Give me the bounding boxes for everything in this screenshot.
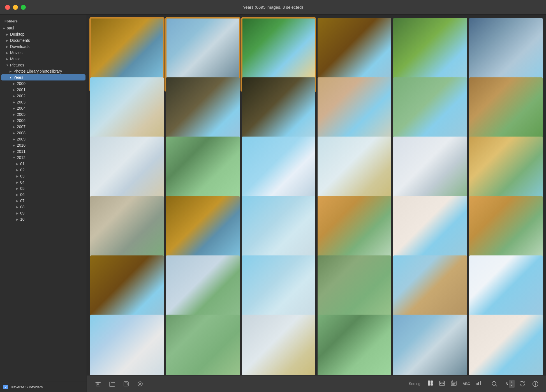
arrow-downloads xyxy=(4,45,10,48)
info-button[interactable] xyxy=(530,379,540,389)
arrow-y2002 xyxy=(11,94,17,98)
svg-rect-9 xyxy=(440,383,441,384)
svg-rect-0 xyxy=(96,382,100,386)
maximize-button[interactable] xyxy=(21,5,26,10)
close-button[interactable] xyxy=(5,5,10,10)
sidebar-label-y2007: 2007 xyxy=(17,124,84,129)
sidebar-label-m08: 08 xyxy=(20,205,84,209)
sidebar-item-y2007[interactable]: 2007 xyxy=(1,124,85,130)
photo-image-34 xyxy=(318,315,391,375)
size-up-button[interactable]: ▲ xyxy=(509,380,515,384)
arrow-m08 xyxy=(15,206,20,209)
sidebar-item-pictures[interactable]: Pictures xyxy=(1,62,85,68)
arrow-y2000 xyxy=(11,82,17,85)
sort-calendar-button[interactable] xyxy=(437,379,447,389)
sidebar-item-m09[interactable]: 09 xyxy=(1,210,85,216)
preview-button[interactable] xyxy=(121,379,132,389)
size-value: 6 xyxy=(502,381,508,386)
minimize-button[interactable] xyxy=(13,5,18,10)
arrow-y2008 xyxy=(11,132,17,135)
sidebar-item-movies[interactable]: Movies xyxy=(1,50,85,56)
photo-cell-36[interactable] xyxy=(469,315,543,375)
sidebar-item-y2008[interactable]: 2008 xyxy=(1,130,85,136)
sidebar-label-y2010: 2010 xyxy=(17,143,84,147)
folder-button[interactable] xyxy=(107,379,118,389)
sidebar-label-y2001: 2001 xyxy=(17,87,84,92)
arrow-m06 xyxy=(15,193,20,196)
sort-calendar2-button[interactable] xyxy=(449,379,459,389)
sidebar-label-m02: 02 xyxy=(20,168,84,172)
sidebar-header: Folders xyxy=(0,17,87,25)
photo-cell-34[interactable] xyxy=(318,315,391,375)
sidebar-item-m01[interactable]: 01 xyxy=(1,161,85,167)
sort-icons: ABC xyxy=(425,379,484,389)
photo-cell-35[interactable] xyxy=(393,315,467,375)
arrow-m05 xyxy=(15,187,20,190)
svg-rect-14 xyxy=(478,382,479,385)
sidebar-item-y2010[interactable]: 2010 xyxy=(1,142,85,148)
traverse-checkbox[interactable] xyxy=(3,385,8,389)
sidebar-item-documents[interactable]: Documents xyxy=(1,37,85,43)
sidebar-item-y2004[interactable]: 2004 xyxy=(1,105,85,111)
sort-grid-button[interactable] xyxy=(425,379,435,389)
sidebar-label-m05: 05 xyxy=(20,186,84,191)
sidebar-item-m02[interactable]: 02 xyxy=(1,167,85,173)
sidebar-item-paul[interactable]: paul xyxy=(1,25,85,31)
sidebar-item-y2005[interactable]: 2005 xyxy=(1,111,85,117)
refresh-button[interactable] xyxy=(517,379,528,389)
sidebar-label-paul: paul xyxy=(7,26,84,30)
arrow-years xyxy=(8,76,13,79)
sidebar-item-m07[interactable]: 07 xyxy=(1,198,85,204)
sidebar-label-downloads: Downloads xyxy=(10,44,84,49)
sidebar-item-downloads[interactable]: Downloads xyxy=(1,43,85,50)
sidebar-item-y2009[interactable]: 2009 xyxy=(1,136,85,142)
sidebar-item-m08[interactable]: 08 xyxy=(1,204,85,210)
close-x-button[interactable] xyxy=(135,379,146,389)
svg-rect-4 xyxy=(428,381,430,383)
sidebar-label-y2003: 2003 xyxy=(17,100,84,104)
sidebar-item-m04[interactable]: 04 xyxy=(1,179,85,185)
photo-cell-32[interactable] xyxy=(166,315,239,375)
sort-abc-button[interactable]: ABC xyxy=(461,381,472,387)
sort-chart-button[interactable] xyxy=(474,379,484,389)
sidebar-item-m06[interactable]: 06 xyxy=(1,192,85,198)
titlebar: Years (6695 images, 3 selected) xyxy=(0,0,546,15)
arrow-y2010 xyxy=(11,144,17,147)
svg-rect-10 xyxy=(442,383,443,384)
svg-rect-12 xyxy=(451,381,456,386)
sidebar-item-y2001[interactable]: 2001 xyxy=(1,87,85,93)
sidebar-label-photos-library: Photos Library.photoslibrary xyxy=(13,69,84,73)
svg-rect-11 xyxy=(443,383,444,384)
arrow-y2003 xyxy=(11,101,17,104)
sidebar-item-m05[interactable]: 05 xyxy=(1,185,85,192)
photo-cell-33[interactable] xyxy=(242,315,315,375)
sidebar-item-desktop[interactable]: Desktop xyxy=(1,31,85,37)
sidebar-item-music[interactable]: Music xyxy=(1,56,85,62)
search-button[interactable] xyxy=(489,379,499,389)
sidebar-item-years[interactable]: Years xyxy=(1,74,85,80)
sidebar-label-y2011: 2011 xyxy=(17,149,84,154)
sidebar-item-photos-library[interactable]: Photos Library.photoslibrary xyxy=(1,68,85,74)
sidebar-item-y2003[interactable]: 2003 xyxy=(1,99,85,105)
toolbar-left xyxy=(92,379,146,389)
arrow-m03 xyxy=(15,175,20,178)
sidebar-item-y2006[interactable]: 2006 xyxy=(1,117,85,124)
size-down-button[interactable]: ▼ xyxy=(509,384,515,388)
sidebar-label-y2005: 2005 xyxy=(17,112,84,117)
delete-button[interactable] xyxy=(92,379,104,389)
arrow-m02 xyxy=(15,169,20,172)
sidebar-item-y2012[interactable]: 2012 xyxy=(1,155,85,161)
photo-image-35 xyxy=(393,315,467,375)
arrow-documents xyxy=(4,39,10,42)
arrow-m10 xyxy=(15,218,20,221)
sidebar-item-y2000[interactable]: 2000 xyxy=(1,80,85,87)
photo-cell-31[interactable] xyxy=(90,315,164,375)
sidebar-item-y2002[interactable]: 2002 xyxy=(1,93,85,99)
sidebar-item-m10[interactable]: 10 xyxy=(1,216,85,222)
sidebar-item-y2011[interactable]: 2011 xyxy=(1,148,85,155)
sidebar-item-m03[interactable]: 03 xyxy=(1,173,85,179)
size-stepper: ▲ ▼ xyxy=(509,380,515,388)
sidebar-scroll: Folders paulDesktopDocumentsDownloadsMov… xyxy=(0,15,87,382)
arrow-paul xyxy=(1,27,7,30)
arrow-photos-library xyxy=(8,70,13,73)
